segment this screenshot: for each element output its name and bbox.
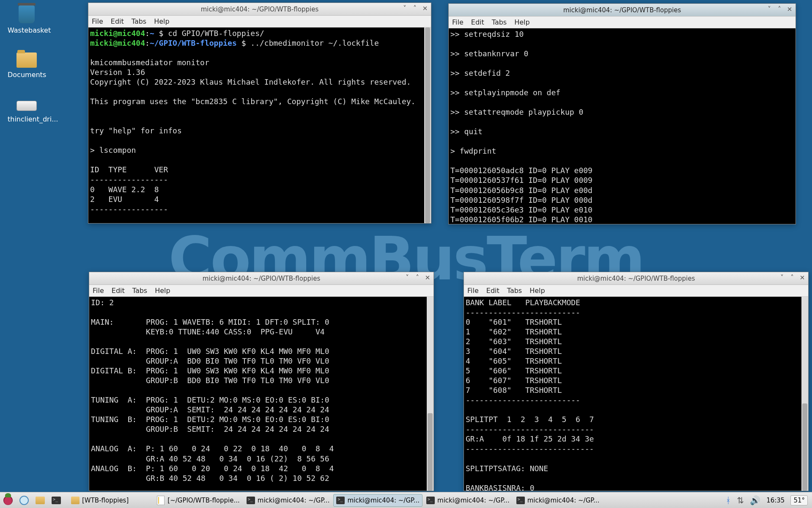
terminal-output[interactable]: >> setreqdsiz 10 >> setbanknrvar 0 >> se…: [449, 28, 796, 224]
taskbar-item-label: micki@mic404: ~/GP...: [347, 497, 420, 504]
desktop-icon-label: thinclient_dri...: [8, 115, 46, 123]
menu-tabs[interactable]: Tabs: [132, 287, 147, 295]
window-title: micki@mic404: ~/GPIO/WTB-floppies: [563, 6, 681, 14]
terminal-window-4[interactable]: micki@mic404: ~/GPIO/WTB-floppies ˅ ˄ ✕ …: [464, 272, 809, 491]
menu-edit[interactable]: Edit: [112, 287, 125, 295]
system-tray: ᚼ ⇅ 🔊 16:35 51°: [726, 495, 812, 505]
terminal-window-1[interactable]: micki@mic404: ~/GPIO/WTB-floppies ˅ ˄ ✕ …: [88, 3, 431, 224]
volume-icon[interactable]: 🔊: [750, 495, 760, 505]
clock[interactable]: 16:35: [766, 497, 785, 504]
taskbar-item-editor[interactable]: [~/GPIO/WTB-floppie...: [154, 494, 243, 507]
taskbar-item-label: [WTB-floppies]: [82, 497, 129, 504]
maximize-icon[interactable]: ˄: [776, 6, 783, 13]
terminal-icon: [247, 497, 255, 504]
bluetooth-icon[interactable]: ᚼ: [726, 495, 731, 505]
close-icon[interactable]: ✕: [799, 274, 806, 282]
menu-edit[interactable]: Edit: [486, 287, 499, 295]
editor-icon: [157, 496, 165, 505]
menu-tabs[interactable]: Tabs: [492, 18, 507, 26]
menu-help[interactable]: Help: [514, 18, 529, 26]
taskbar-item-terminal[interactable]: micki@mic404: ~/GP...: [423, 494, 513, 507]
taskbar-item-folder[interactable]: [WTB-floppies]: [68, 494, 132, 507]
desktop-icon-label: Documents: [8, 71, 46, 79]
titlebar[interactable]: micki@mic404: ~/GPIO/WTB-floppies ˅ ˄ ✕: [464, 272, 808, 285]
minimize-icon[interactable]: ˅: [401, 5, 408, 12]
folder-icon: [36, 497, 45, 504]
maximize-icon[interactable]: ˄: [414, 274, 421, 282]
close-icon[interactable]: ✕: [786, 6, 793, 13]
terminal-window-3[interactable]: micki@mic404: ~/GPIO/WTB-floppies ˅ ˄ ✕ …: [89, 272, 434, 491]
terminal-icon: [516, 497, 525, 504]
raspberry-icon: [3, 496, 13, 505]
folder-icon: [71, 497, 80, 504]
menu-file[interactable]: File: [467, 287, 479, 295]
menu-file[interactable]: File: [92, 17, 103, 25]
filemanager-launcher[interactable]: [33, 494, 48, 507]
window-title: micki@mic404: ~/GPIO/WTB-floppies: [203, 275, 321, 282]
taskbar-item-label: micki@mic404: ~/GP...: [527, 497, 600, 504]
menubar: File Edit Tabs Help: [89, 285, 433, 297]
menu-help[interactable]: Help: [529, 287, 545, 295]
close-icon[interactable]: ✕: [424, 274, 431, 282]
taskbar-item-label: micki@mic404: ~/GP...: [258, 497, 330, 504]
taskbar-item-terminal[interactable]: micki@mic404: ~/GP...: [244, 494, 333, 507]
maximize-icon[interactable]: ˄: [789, 274, 796, 282]
start-menu-button[interactable]: [0, 494, 16, 507]
terminal-icon: [426, 497, 435, 504]
desktop-icon-thinclient[interactable]: thinclient_dri...: [8, 93, 46, 123]
titlebar[interactable]: micki@mic404: ~/GPIO/WTB-floppies ˅ ˄ ✕: [88, 3, 431, 16]
menu-help[interactable]: Help: [155, 287, 170, 295]
globe-icon: [19, 496, 29, 505]
terminal-window-2[interactable]: micki@mic404: ~/GPIO/WTB-floppies ˅ ˄ ✕ …: [448, 3, 796, 224]
minimize-icon[interactable]: ˅: [404, 274, 411, 282]
minimize-icon[interactable]: ˅: [766, 6, 773, 13]
minimize-icon[interactable]: ˅: [779, 274, 785, 282]
taskbar: [WTB-floppies] [~/GPIO/WTB-floppie... mi…: [0, 492, 812, 508]
taskbar-item-terminal[interactable]: micki@mic404: ~/GP...: [333, 494, 422, 507]
maximize-icon[interactable]: ˄: [411, 5, 418, 12]
menu-tabs[interactable]: Tabs: [132, 17, 146, 25]
desktop-icon-label: Wastebasket: [8, 26, 46, 34]
menubar: File Edit Tabs Help: [449, 17, 796, 28]
titlebar[interactable]: micki@mic404: ~/GPIO/WTB-floppies ˅ ˄ ✕: [449, 4, 796, 17]
close-icon[interactable]: ✕: [422, 5, 428, 12]
folder-icon: [16, 52, 37, 68]
terminal-output[interactable]: ID: 2 MAIN: PROG: 1 WAVETB: 6 MIDI: 1 DF…: [89, 297, 433, 491]
scrollbar[interactable]: [427, 297, 433, 491]
browser-launcher[interactable]: [16, 494, 32, 507]
menu-file[interactable]: File: [452, 18, 464, 26]
temperature-indicator[interactable]: 51°: [790, 495, 808, 505]
menu-edit[interactable]: Edit: [471, 18, 484, 26]
drive-icon: [16, 101, 37, 111]
scrollbar[interactable]: [424, 28, 431, 223]
menubar: File Edit Tabs Help: [88, 16, 431, 28]
menubar: File Edit Tabs Help: [464, 285, 808, 297]
terminal-launcher[interactable]: [49, 494, 64, 507]
terminal-icon: [52, 497, 61, 504]
taskbar-item-terminal[interactable]: micki@mic404: ~/GP...: [513, 494, 603, 507]
menu-tabs[interactable]: Tabs: [507, 287, 522, 295]
scrollbar[interactable]: [801, 297, 808, 491]
menu-file[interactable]: File: [93, 287, 104, 295]
taskbar-item-label: micki@mic404: ~/GP...: [437, 497, 510, 504]
terminal-icon: [336, 497, 345, 504]
trash-icon: [19, 6, 35, 23]
menu-help[interactable]: Help: [154, 17, 169, 25]
taskbar-item-label: [~/GPIO/WTB-floppie...: [167, 497, 240, 504]
desktop-icon-wastebasket[interactable]: Wastebasket: [8, 4, 46, 34]
menu-edit[interactable]: Edit: [111, 17, 124, 25]
titlebar[interactable]: micki@mic404: ~/GPIO/WTB-floppies ˅ ˄ ✕: [89, 272, 433, 285]
terminal-output[interactable]: BANK LABEL PLAYBACKMODE ----------------…: [464, 297, 808, 491]
desktop-icon-documents[interactable]: Documents: [8, 49, 46, 79]
terminal-output[interactable]: micki@mic404:~ $ cd GPIO/WTB-floppies/ m…: [88, 28, 431, 223]
window-title: micki@mic404: ~/GPIO/WTB-floppies: [201, 6, 319, 13]
window-title: micki@mic404: ~/GPIO/WTB-floppies: [577, 275, 695, 282]
network-icon[interactable]: ⇅: [737, 495, 744, 505]
